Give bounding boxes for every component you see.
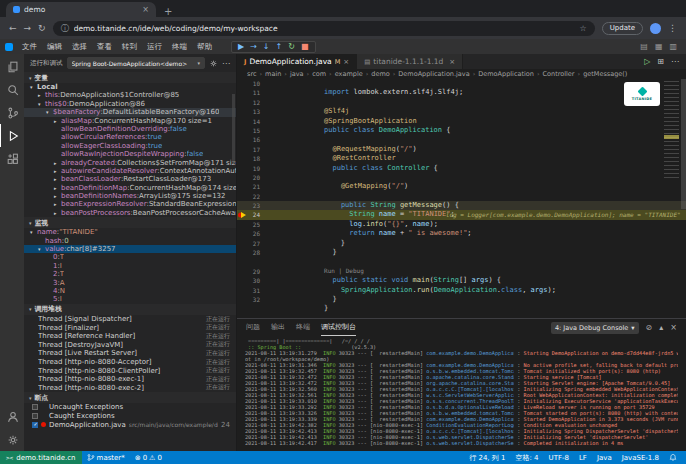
variable-row[interactable]: ▾ $beanFactory : DefaultListableBeanFact…: [24, 108, 236, 116]
breadcrumb-item[interactable]: com: [312, 70, 335, 78]
indentation-status[interactable]: 空格: 4: [511, 453, 544, 463]
debug-settings-gear-icon[interactable]: [209, 59, 218, 68]
variable-row[interactable]: ▸ autowireCandidateResolver : ContextAnn…: [24, 167, 236, 175]
reload-icon[interactable]: ↻: [38, 23, 46, 33]
callstack-thread[interactable]: Thread [Finalizer] 正在运行: [24, 323, 236, 332]
breadcrumb-item[interactable]: main: [265, 70, 290, 78]
new-tab-button[interactable]: +: [160, 7, 176, 17]
back-icon[interactable]: ←: [9, 23, 17, 33]
profile-avatar[interactable]: [650, 23, 661, 34]
variable-row[interactable]: ▾ Local: [24, 83, 236, 91]
breakpoint-checkbox[interactable]: [32, 422, 38, 428]
layout-toggle-icon[interactable]: ▤: [640, 42, 648, 51]
breakpoint-marker[interactable]: [237, 192, 247, 201]
activitybar-explorer[interactable]: [0, 55, 24, 78]
stop-icon[interactable]: ■: [301, 43, 309, 51]
twistie-icon[interactable]: ▾: [38, 100, 45, 108]
watch-row[interactable]: 2 : T: [24, 270, 236, 278]
variable-row[interactable]: ▸ this : DemoApplication$1Controller@85: [24, 91, 236, 99]
more-actions-icon[interactable]: ⋯: [671, 57, 679, 66]
step-out-icon[interactable]: ↑: [276, 43, 283, 51]
menu-item[interactable]: 帮助: [192, 42, 217, 52]
breakpoint-marker[interactable]: [237, 98, 247, 107]
language-mode[interactable]: Java: [592, 454, 617, 462]
close-icon[interactable]: ×: [449, 58, 455, 66]
breakpoint-marker[interactable]: [237, 79, 247, 88]
twistie-icon[interactable]: ▾: [30, 83, 37, 91]
breakpoint-marker[interactable]: [237, 135, 247, 144]
variable-row[interactable]: ▸ beanClassLoader : RestartClassLoader@1…: [24, 175, 236, 183]
breadcrumb-item[interactable]: DemoApplication.java: [398, 70, 478, 78]
watch-row[interactable]: 4 : N: [24, 287, 236, 295]
panel-tab[interactable]: 终端: [296, 319, 310, 336]
git-branch-status[interactable]: master*: [82, 453, 130, 462]
editor-tab[interactable]: ▤ titanide-1.1.1-1.1d ×: [357, 54, 463, 69]
variable-row[interactable]: ▸ beanDefinitionNames : ArrayList@175 si…: [24, 192, 236, 200]
forward-icon[interactable]: →: [24, 23, 32, 33]
breakpoint-row[interactable]: Caught Exceptions: [24, 412, 236, 421]
breakpoint-marker[interactable]: [237, 107, 247, 116]
java-runtime-status[interactable]: JavaSE-1.8: [617, 454, 664, 462]
variable-row[interactable]: ▸ beanDefinitionMap : ConcurrentHashMap@…: [24, 184, 236, 192]
watch-section-header[interactable]: 监视: [24, 217, 236, 228]
close-icon[interactable]: ×: [343, 58, 349, 66]
activitybar-account[interactable]: [0, 405, 24, 428]
code-line[interactable]: 32 }: [237, 295, 686, 304]
twistie-icon[interactable]: ▸: [54, 209, 61, 217]
bookmark-star-icon[interactable]: ☆: [579, 24, 586, 33]
activitybar-run-debug[interactable]: [0, 124, 24, 147]
activitybar-source-control[interactable]: [0, 101, 24, 124]
breakpoint-marker[interactable]: [237, 267, 247, 276]
breadcrumb-item[interactable]: getMessage(): [583, 70, 627, 78]
launch-config-select[interactable]: Spring Boot-DemoApplication<demo> ▾: [67, 57, 206, 69]
variable-row[interactable]: ▸ alreadyCreated : Collections$SetFromMa…: [24, 159, 236, 167]
twistie-icon[interactable]: ▾: [46, 108, 53, 116]
menu-item[interactable]: 查看: [92, 42, 117, 52]
problems-status[interactable]: ⊗ 0 ⚠ 0: [130, 454, 167, 462]
callstack-thread[interactable]: Thread [http-nio-8080-exec-1] 正在运行: [24, 375, 236, 384]
breakpoint-row[interactable]: DemoApplication.java src/main/java/com/e…: [24, 420, 236, 429]
breakpoint-marker[interactable]: [237, 154, 247, 163]
breakpoint-row[interactable]: Uncaught Exceptions: [24, 403, 236, 412]
twistie-icon[interactable]: ▸: [54, 200, 61, 208]
watch-row[interactable]: 3 : A: [24, 279, 236, 287]
menu-item[interactable]: 转到: [117, 42, 142, 52]
restart-icon[interactable]: ↻: [288, 43, 295, 51]
breakpoint-marker[interactable]: [237, 229, 247, 238]
breadcrumb-item[interactable]: demo: [371, 70, 398, 78]
variable-row[interactable]: ▸ aliasMap : ConcurrentHashMap@170 size=…: [24, 117, 236, 125]
code-editor[interactable]: 10 import lombok.extern.slf4j.Slf4j; 11: [237, 79, 686, 318]
menu-item[interactable]: 文件: [17, 42, 42, 52]
callstack-thread[interactable]: Thread [http-nio-8080-exec-2] 正在运行: [24, 384, 236, 393]
layout-toggle-icon[interactable]: ▥: [669, 42, 677, 51]
twistie-icon[interactable]: ▸: [54, 167, 61, 175]
breakpoint-marker[interactable]: [237, 145, 247, 154]
twistie-icon[interactable]: ▸: [54, 175, 61, 183]
editor-tab[interactable]: J DemoApplication.java M ×: [237, 54, 357, 69]
variable-row[interactable]: ▸ beanPostProcessors : BeanPostProcessor…: [24, 209, 236, 217]
breakpoint-marker[interactable]: [237, 201, 247, 210]
activitybar-search[interactable]: [0, 78, 24, 101]
breakpoint-marker[interactable]: [237, 276, 247, 285]
callstack-thread[interactable]: Thread [Reference Handler] 正在运行: [24, 332, 236, 341]
encoding-status[interactable]: UTF-8: [544, 454, 574, 462]
panel-tab[interactable]: 调试控制台: [321, 319, 356, 336]
watch-row[interactable]: hash : 0: [24, 237, 236, 245]
more-actions-icon[interactable]: ⋯: [222, 59, 230, 68]
close-panel-icon[interactable]: ×: [670, 323, 677, 332]
breakpoint-marker[interactable]: [237, 182, 247, 191]
cursor-position[interactable]: 行 24, 列 1: [464, 453, 510, 463]
watch-row[interactable]: 5 : I: [24, 295, 236, 303]
twistie-icon[interactable]: ▸: [54, 159, 61, 167]
eol-status[interactable]: LF: [574, 454, 592, 462]
breakpoint-marker[interactable]: [237, 164, 247, 173]
breadcrumb-item[interactable]: DemoApplication: [478, 70, 542, 78]
variable-row[interactable]: ▾ this$0 : DemoApplication@86: [24, 100, 236, 108]
run-file-icon[interactable]: ▷: [644, 57, 650, 66]
debug-console-output[interactable]: =========|_|==============|___/=/_/_/_/ …: [237, 336, 686, 451]
breakpoint-marker[interactable]: [237, 173, 247, 182]
menu-item[interactable]: 选择: [67, 42, 92, 52]
breakpoint-checkbox[interactable]: [32, 413, 38, 419]
watch-row[interactable]: 1 : I: [24, 262, 236, 270]
remote-indicator[interactable]: >< demo.titanide.cn: [0, 451, 82, 464]
